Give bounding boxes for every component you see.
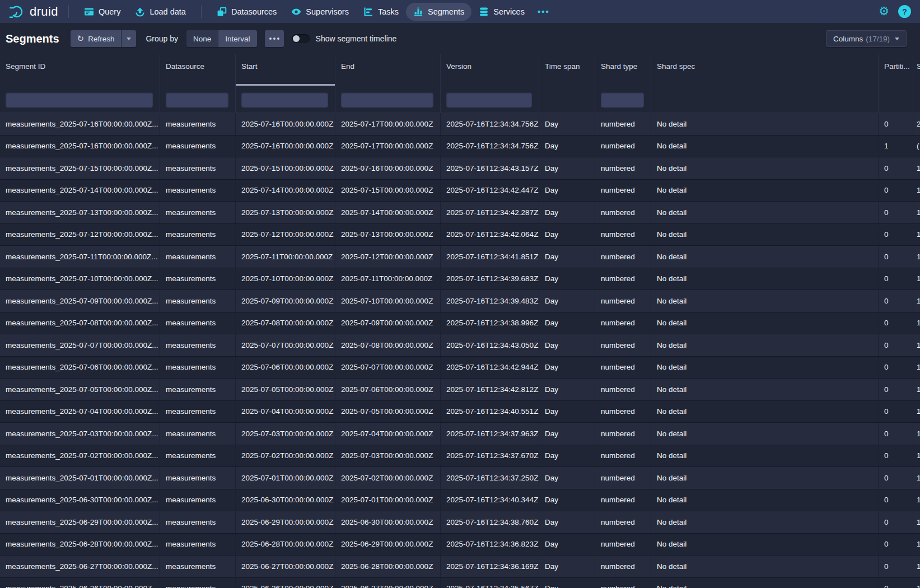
cell-shard-spec: No detail (651, 357, 878, 379)
refresh-button[interactable]: ↻ Refresh (71, 30, 122, 47)
column-header-start[interactable]: Start (235, 54, 335, 86)
refresh-dropdown-button[interactable] (122, 30, 136, 47)
table-row[interactable]: measurements_2025-07-01T00:00:00.000Z...… (0, 467, 920, 489)
nav-item-load-data[interactable]: Load data (128, 3, 193, 21)
table-row[interactable]: measurements_2025-06-26T00:00:00.000Z...… (0, 578, 920, 588)
cell-segment-id: measurements_2025-07-01T00:00:00.000Z... (0, 467, 160, 489)
cell-segment-id: measurements_2025-07-12T00:00:00.000Z... (0, 224, 160, 246)
cell-time-span: Day (539, 445, 595, 467)
cell-datasource: measurements (160, 556, 235, 577)
cell-shard-spec: No detail (651, 202, 878, 223)
cell-time-span: Day (539, 423, 595, 445)
group-by-label: Group by (146, 34, 178, 43)
brand-name: druid (30, 4, 58, 19)
column-header-datasource[interactable]: Datasource (160, 54, 235, 86)
cell-end: 2025-06-29T00:00:00.000Z (335, 534, 440, 556)
cell-shard-type: numbered (595, 202, 651, 223)
table-row[interactable]: measurements_2025-06-28T00:00:00.000Z...… (0, 534, 920, 556)
table-row[interactable]: measurements_2025-07-13T00:00:00.000Z...… (0, 202, 920, 224)
cell-shard-spec: No detail (651, 180, 878, 202)
cell-partition: 0 (878, 534, 913, 556)
group-by-none-button[interactable]: None (186, 30, 218, 47)
table-row[interactable]: measurements_2025-07-10T00:00:00.000Z...… (0, 268, 920, 291)
cell-shard-spec: No detail (651, 556, 878, 577)
cell-end: 2025-07-14T00:00:00.000Z (335, 202, 440, 223)
cell-partition: 0 (878, 556, 913, 577)
column-header-version[interactable]: Version (440, 54, 539, 86)
columns-button[interactable]: Columns (17/19) (826, 30, 907, 47)
cell-partition: 0 (878, 401, 913, 423)
column-header-shard-type[interactable]: Shard type (595, 54, 651, 86)
table-row[interactable]: measurements_2025-07-08T00:00:00.000Z...… (0, 312, 920, 335)
cell-end: 2025-07-07T00:00:00.000Z (335, 357, 440, 379)
table-row[interactable]: measurements_2025-07-07T00:00:00.000Z...… (0, 334, 920, 357)
nav-item-query[interactable]: Query (77, 3, 128, 21)
cell-version: 2025-07-16T12:34:42.447Z (440, 180, 539, 202)
table-row[interactable]: measurements_2025-07-16T00:00:00.000Z...… (0, 113, 920, 136)
cell-start: 2025-06-27T00:00:00.000Z (235, 556, 335, 577)
cell-size: 1 (913, 423, 920, 445)
cell-shard-type: numbered (595, 357, 651, 379)
cell-segment-id: measurements_2025-07-09T00:00:00.000Z... (0, 290, 160, 312)
table-row[interactable]: measurements_2025-07-11T00:00:00.000Z...… (0, 246, 920, 268)
nav-item-segments[interactable]: Segments (406, 3, 471, 21)
table-row[interactable]: measurements_2025-07-04T00:00:00.000Z...… (0, 401, 920, 423)
table-row[interactable]: measurements_2025-07-06T00:00:00.000Z...… (0, 357, 920, 379)
nav-item-datasources[interactable]: Datasources (209, 3, 284, 21)
help-icon[interactable]: ? (898, 5, 911, 18)
cell-end: 2025-07-12T00:00:00.000Z (335, 246, 440, 268)
table-filter-row (0, 86, 920, 113)
toolbar-more-button[interactable] (265, 30, 284, 47)
druid-logo[interactable]: druid (7, 4, 60, 20)
cell-segment-id: measurements_2025-07-04T00:00:00.000Z... (0, 401, 160, 423)
table-row[interactable]: measurements_2025-07-14T00:00:00.000Z...… (0, 180, 920, 202)
group-by-interval-button[interactable]: Interval (218, 30, 256, 47)
page-title: Segments (6, 32, 59, 45)
cell-shard-type: numbered (595, 157, 651, 179)
cell-segment-id: measurements_2025-07-11T00:00:00.000Z... (0, 246, 160, 268)
table-row[interactable]: measurements_2025-07-15T00:00:00.000Z...… (0, 157, 920, 180)
cell-partition: 0 (878, 511, 913, 533)
filter-input-shard-type[interactable] (601, 92, 644, 108)
filter-input-end[interactable] (341, 92, 433, 108)
nav-item-label: Query (99, 7, 121, 16)
table-row[interactable]: measurements_2025-07-09T00:00:00.000Z...… (0, 290, 920, 312)
segments-table: Segment ID Datasource Start End Version … (0, 54, 920, 588)
column-header-segment-id[interactable]: Segment ID (0, 54, 160, 86)
table-row[interactable]: measurements_2025-06-30T00:00:00.000Z...… (0, 489, 920, 512)
filter-input-version[interactable] (446, 92, 532, 108)
druid-logo-icon (9, 4, 25, 20)
cell-start: 2025-07-05T00:00:00.000Z (235, 379, 335, 400)
column-header-end[interactable]: End (335, 54, 440, 86)
table-row[interactable]: measurements_2025-07-16T00:00:00.000Z...… (0, 136, 920, 158)
column-header-time-span[interactable]: Time span (539, 54, 595, 86)
filter-input-start[interactable] (241, 92, 328, 108)
column-header-shard-spec[interactable]: Shard spec (651, 54, 878, 86)
table-row[interactable]: measurements_2025-07-02T00:00:00.000Z...… (0, 445, 920, 468)
filter-input-datasource[interactable] (166, 92, 228, 108)
filter-cell-size (913, 86, 920, 113)
cell-size: 1 (913, 556, 920, 577)
cell-version: 2025-07-16T12:34:41.851Z (440, 246, 539, 268)
filter-input-segment-id[interactable] (6, 92, 153, 108)
cell-time-span: Day (539, 157, 595, 179)
table-row[interactable]: measurements_2025-07-12T00:00:00.000Z...… (0, 224, 920, 246)
table-row[interactable]: measurements_2025-06-27T00:00:00.000Z...… (0, 556, 920, 578)
cell-shard-type: numbered (595, 246, 651, 268)
cell-end: 2025-07-03T00:00:00.000Z (335, 445, 440, 467)
cell-datasource: measurements (160, 334, 235, 356)
cell-size: 1 (913, 268, 920, 290)
nav-item-tasks[interactable]: Tasks (356, 3, 406, 21)
table-row[interactable]: measurements_2025-07-05T00:00:00.000Z...… (0, 379, 920, 401)
cell-segment-id: measurements_2025-07-13T00:00:00.000Z... (0, 202, 160, 223)
column-header-size[interactable]: S (913, 54, 920, 86)
nav-item-supervisors[interactable]: Supervisors (284, 3, 356, 21)
column-header-partition[interactable]: Partiti... (878, 54, 913, 86)
segment-timeline-toggle[interactable] (292, 34, 310, 43)
gear-icon[interactable]: ⚙ (879, 6, 889, 17)
table-row[interactable]: measurements_2025-07-03T00:00:00.000Z...… (0, 423, 920, 445)
cell-datasource: measurements (160, 224, 235, 246)
nav-item-services[interactable]: Services (471, 3, 532, 21)
table-row[interactable]: measurements_2025-06-29T00:00:00.000Z...… (0, 511, 920, 534)
nav-more-button[interactable]: ••• (532, 3, 555, 20)
